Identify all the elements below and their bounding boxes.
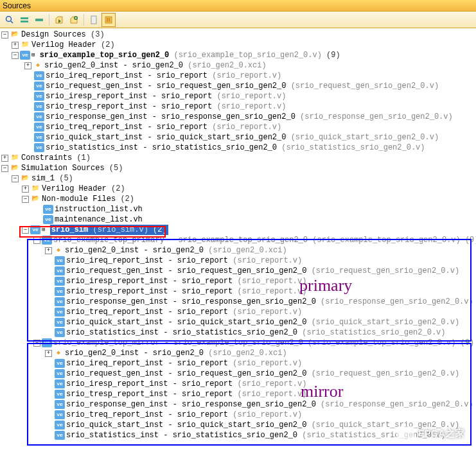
tree-item[interactable]: vesrio_ireq_report_inst - srio_report (s… (1, 256, 475, 266)
tree-item[interactable]: vesrio_tresp_report_inst - srio_report (… (1, 101, 475, 112)
tree-item[interactable]: vesrio_treq_report_inst - srio_report (s… (1, 410, 475, 420)
panel-title: Sources (3, 1, 31, 10)
verilog-icon: ve (34, 133, 44, 142)
svg-rect-2 (21, 17, 28, 19)
collapse-icon[interactable]: − (1, 31, 8, 39)
svg-rect-9 (109, 18, 110, 22)
add-sources-button[interactable] (52, 13, 66, 27)
verilog-icon: ve (34, 71, 44, 80)
svg-rect-3 (21, 21, 28, 22)
folder-icon: 📁 (30, 184, 40, 193)
tree-item[interactable]: vesrio_ireq_report_inst - srio_report (s… (1, 358, 475, 369)
verilog-icon: ve (55, 359, 65, 368)
tree-item[interactable]: veinstruction_list.vh (1, 204, 475, 214)
toolbar (0, 12, 476, 28)
tree-item[interactable]: vesrio_iresp_report_inst - srio_report (… (1, 379, 475, 389)
tree-item[interactable]: vesrio_quick_start_inst - srio_quick_sta… (1, 317, 475, 327)
toolbar-separator (49, 14, 49, 26)
tree-item[interactable]: vesrio_statistics_inst - srio_statistics… (1, 143, 475, 153)
tree-item[interactable]: vesrio_request_gen_inst - srio_request_g… (1, 266, 475, 276)
verilog-icon: ve (34, 92, 44, 101)
collapse-icon[interactable]: − (33, 237, 40, 244)
tree-item[interactable]: vesrio_ireq_report_inst - srio_report (s… (1, 71, 475, 81)
tree-item-simulation-sources[interactable]: −📂Simulation Sources (5) (1, 163, 475, 173)
tree-item-sim1[interactable]: −📂sim_1 (5) (1, 173, 475, 184)
collapse-icon[interactable]: − (12, 52, 19, 59)
folder-icon: 📂 (10, 164, 20, 173)
verilog-icon: ve (20, 51, 30, 60)
tree-item[interactable]: vesrio_tresp_report_inst - srio_report (… (1, 286, 475, 297)
verilog-icon: ve (34, 102, 44, 111)
verilog-icon: ve (55, 287, 65, 296)
tree-item[interactable]: vesrio_statistics_inst - srio_statistics… (1, 327, 475, 338)
add-new-button[interactable] (67, 13, 81, 27)
collapse-icon[interactable]: − (1, 165, 8, 172)
collapse-icon[interactable]: − (22, 227, 29, 234)
svg-rect-6 (91, 16, 96, 24)
tree-item[interactable]: +◆srio_gen2_0_inst - srio_gen2_0 (srio_g… (1, 245, 475, 256)
search-button[interactable] (3, 13, 17, 27)
collapse-icon[interactable]: − (33, 340, 40, 347)
tree-item[interactable]: vesrio_treq_report_inst - srio_report (s… (1, 122, 475, 132)
svg-rect-4 (35, 19, 43, 21)
verilog-icon: ve (30, 225, 40, 234)
verilog-icon: ve (34, 123, 44, 132)
verilog-icon: ve (55, 277, 65, 286)
tree-item-nonmodule[interactable]: −📂Non-module Files (2) (1, 194, 475, 204)
tree-item[interactable]: vesrio_response_gen_inst - srio_response… (1, 297, 475, 307)
verilog-icon: ve (55, 400, 65, 409)
tree-item[interactable]: vesrio_iresp_report_inst - srio_report (… (1, 91, 475, 101)
svg-rect-8 (107, 18, 108, 22)
verilog-icon: ve (34, 82, 44, 91)
expand-icon[interactable]: + (1, 155, 8, 162)
collapse-button[interactable] (32, 13, 46, 27)
tree-item[interactable]: vesrio_iresp_report_inst - srio_report (… (1, 276, 475, 286)
settings-button[interactable] (101, 13, 116, 27)
expand-icon[interactable]: + (12, 42, 19, 49)
tree-item-srio-sim[interactable]: −ve⊞ srio_sim (srio_sim.v) (2) (1, 225, 475, 235)
expand-icon[interactable]: + (24, 62, 31, 69)
tree-item-primary-top[interactable]: −vesrio_example_top_primary - srio_examp… (1, 235, 475, 245)
folder-icon: 📁 (10, 153, 20, 162)
verilog-icon: ve (55, 297, 65, 306)
tree-item-constraints[interactable]: +📁Constraints (1) (1, 153, 475, 163)
folder-icon: 📂 (30, 195, 40, 204)
tree-item-top-module[interactable]: −ve⊞ srio_example_top_srio_gen2_0 (srio_… (1, 50, 475, 60)
tree-item-design-sources[interactable]: −📂Design Sources (3) (1, 30, 475, 40)
tree-item[interactable]: vemaintenance_list.vh (1, 214, 475, 225)
tree-item-verilog-header[interactable]: +📁Verilog Header (2) (1, 40, 475, 50)
verilog-icon: ve (34, 112, 44, 121)
expand-icon[interactable]: + (45, 350, 52, 357)
expand-icon[interactable]: + (45, 247, 52, 254)
verilog-icon: ve (55, 318, 65, 327)
tree-item[interactable]: +◆srio_gen2_0_inst - srio_gen2_0 (srio_g… (1, 348, 475, 358)
collapse-icon[interactable]: − (22, 196, 29, 203)
tree-item-verilog-header[interactable]: +📁Verilog Header (2) (1, 184, 475, 194)
collapse-icon[interactable]: − (12, 175, 19, 182)
verilog-icon: ve (55, 390, 65, 399)
tree-item[interactable]: +◆srio_gen2_0_inst - srio_gen2_0 (srio_g… (1, 60, 475, 71)
verilog-icon: ve (55, 421, 65, 430)
document-button[interactable] (87, 13, 101, 27)
expand-button[interactable] (17, 13, 31, 27)
verilog-icon: ve (43, 215, 53, 224)
tree-item[interactable]: vesrio_request_gen_inst - srio_request_g… (1, 369, 475, 379)
verilog-icon: ve (55, 256, 65, 265)
tree-item[interactable]: vesrio_tresp_report_inst - srio_report (… (1, 389, 475, 399)
expand-icon[interactable]: + (22, 186, 29, 193)
folder-icon: 📂 (10, 30, 20, 39)
tree-item[interactable]: vesrio_request_gen_inst - srio_request_g… (1, 81, 475, 91)
verilog-icon: ve (42, 236, 52, 245)
tree-item-mirror-top[interactable]: −vesrio_example_top_mirror - srio_exampl… (1, 338, 475, 348)
tree-item[interactable]: vesrio_response_gen_inst - srio_response… (1, 399, 475, 410)
wechat-icon (396, 426, 414, 440)
tree-item[interactable]: vesrio_quick_start_inst - srio_quick_sta… (1, 132, 475, 143)
ip-icon: ◆ (53, 349, 64, 358)
tree-item[interactable]: vesrio_response_gen_inst - srio_response… (1, 112, 475, 122)
verilog-icon: ve (34, 143, 44, 152)
verilog-icon: ve (55, 328, 65, 337)
sources-tree[interactable]: −📂Design Sources (3) +📁Verilog Header (2… (0, 28, 476, 452)
svg-point-0 (6, 16, 12, 21)
toolbar-separator (84, 14, 84, 26)
tree-item[interactable]: vesrio_treq_report_inst - srio_report (s… (1, 307, 475, 317)
